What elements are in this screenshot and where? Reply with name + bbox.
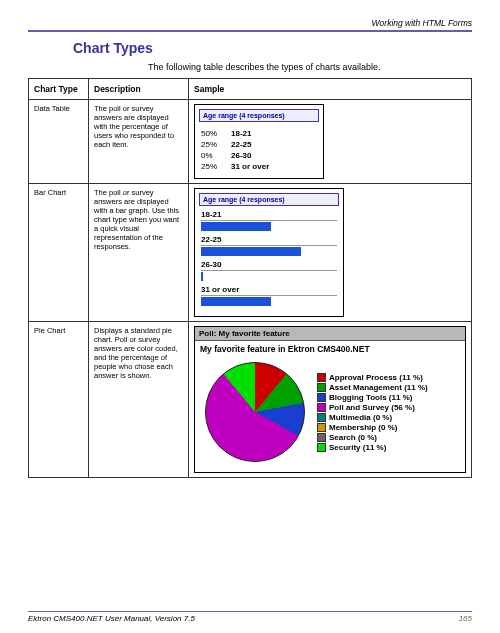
row-pie-chart: Pie Chart Displays a standard pie chart.…	[29, 322, 472, 478]
footer-manual-title: Ektron CMS400.NET User Manual, Version 7…	[28, 614, 195, 623]
cell-sample: Age range (4 responses) 18-21 22-25 26-3…	[189, 184, 472, 322]
legend-item: Poll and Survey (56 %)	[317, 403, 428, 412]
legend-swatch	[317, 433, 326, 442]
cell-name: Bar Chart	[29, 184, 89, 322]
cell-sample: Poll: My favorite feature My favorite fe…	[189, 322, 472, 478]
bar-chart-sample: Age range (4 responses) 18-21 22-25 26-3…	[194, 188, 344, 317]
row-data-table: Data Table The poll or survey answers ar…	[29, 100, 472, 184]
legend-swatch	[317, 383, 326, 392]
cell-name: Pie Chart	[29, 322, 89, 478]
legend-item: Search (0 %)	[317, 433, 428, 442]
pie-legend: Approval Process (11 %) Asset Management…	[317, 372, 428, 453]
data-table-title: Age range (4 responses)	[199, 109, 319, 122]
legend-swatch	[317, 423, 326, 432]
bar	[201, 272, 203, 281]
legend-item: Multimedia (0 %)	[317, 413, 428, 422]
bar-item: 18-21	[201, 210, 337, 231]
legend-swatch	[317, 393, 326, 402]
cell-desc: The poll or survey answers are displayed…	[89, 184, 189, 322]
pie-chart	[199, 358, 311, 466]
data-table-row: 25%22-25	[201, 139, 317, 150]
legend-item: Approval Process (11 %)	[317, 373, 428, 382]
bar-chart-title: Age range (4 responses)	[199, 193, 339, 206]
cell-sample: Age range (4 responses) 50%18-21 25%22-2…	[189, 100, 472, 184]
pie-subtitle: My favorite feature in Ektron CMS400.NET	[195, 341, 465, 356]
page-header-right: Working with HTML Forms	[28, 18, 472, 28]
cell-desc: The poll or survey answers are displayed…	[89, 100, 189, 184]
cell-name: Data Table	[29, 100, 89, 184]
data-table-row: 0%26-30	[201, 150, 317, 161]
legend-swatch	[317, 443, 326, 452]
data-table-row: 50%18-21	[201, 128, 317, 139]
data-table-sample: Age range (4 responses) 50%18-21 25%22-2…	[194, 104, 324, 179]
footer-rule	[28, 611, 472, 613]
legend-item: Asset Management (11 %)	[317, 383, 428, 392]
legend-item: Blogging Tools (11 %)	[317, 393, 428, 402]
legend-item: Membership (0 %)	[317, 423, 428, 432]
bar	[201, 247, 301, 256]
chart-types-table: Chart Type Description Sample Data Table…	[28, 78, 472, 478]
bar-item: 26-30	[201, 260, 337, 281]
cell-desc: Displays a standard pie chart. Poll or s…	[89, 322, 189, 478]
legend-swatch	[317, 373, 326, 382]
bar-item: 22-25	[201, 235, 337, 256]
col-chart-type: Chart Type	[29, 79, 89, 100]
col-description: Description	[89, 79, 189, 100]
col-sample: Sample	[189, 79, 472, 100]
bar	[201, 222, 271, 231]
section-intro: The following table describes the types …	[148, 62, 472, 72]
row-bar-chart: Bar Chart The poll or survey answers are…	[29, 184, 472, 322]
legend-swatch	[317, 413, 326, 422]
page-footer: Ektron CMS400.NET User Manual, Version 7…	[28, 611, 472, 624]
section-title: Chart Types	[73, 40, 472, 56]
data-table-row: 25%31 or over	[201, 161, 317, 172]
legend-item: Security (11 %)	[317, 443, 428, 452]
pie-titlebar: Poll: My favorite feature	[195, 327, 465, 341]
page-number: 165	[459, 614, 472, 623]
bar	[201, 297, 271, 306]
header-rule	[28, 30, 472, 32]
pie-chart-sample: Poll: My favorite feature My favorite fe…	[194, 326, 466, 473]
legend-swatch	[317, 403, 326, 412]
bar-item: 31 or over	[201, 285, 337, 306]
